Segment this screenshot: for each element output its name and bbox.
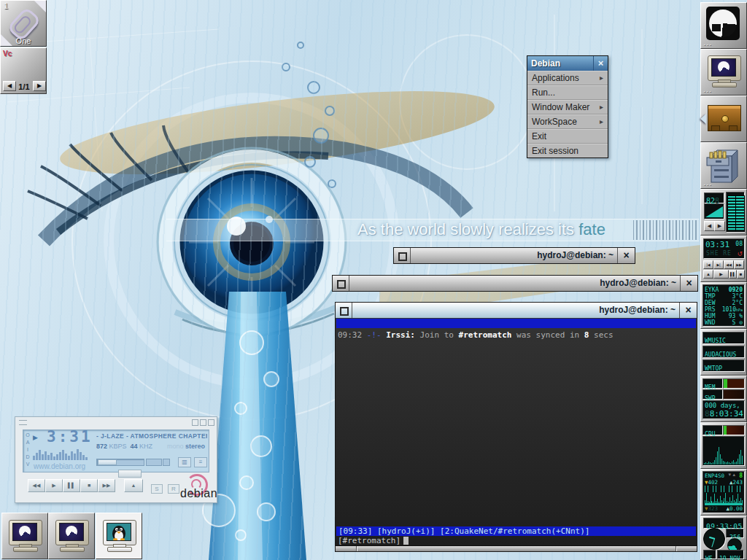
clip-next-arrow[interactable] (34, 1, 46, 12)
player-shade-button[interactable] (118, 470, 142, 478)
dock-tile-cdplayer[interactable]: 03:31 08 SHE RE ↺ |◀ ▶| ◀◀ ▶▶ ▲ ▶ ▌▌ ■ (700, 236, 747, 282)
appicon-xterm-2[interactable] (48, 513, 95, 559)
miniaturize-icon[interactable] (336, 303, 352, 318)
irssi-status-bar: [09:33] [hydroJ(+i)] [2:QuakeNet/#retrom… (336, 526, 696, 536)
miniaturize-icon[interactable] (333, 276, 349, 291)
irssi-topic-bar (336, 319, 696, 328)
weather-row-hum: HUM93 % (703, 313, 744, 319)
dock-tile-clock[interactable]: 09:33:05 356 WE 19 NOV (700, 516, 747, 560)
weekday-lcd: WE (703, 550, 716, 559)
seek-slider[interactable] (96, 459, 144, 466)
pause-button[interactable]: ▌▌ (63, 479, 80, 492)
dock-tile-mixer[interactable]: 828 ◀ ▶ (700, 189, 747, 236)
close-icon[interactable] (208, 419, 214, 426)
pager-tile[interactable]: Vc ◀ 1/1 ▶ (0, 47, 47, 94)
root-menu-titlebar[interactable]: Debian × (527, 56, 608, 71)
volume-slider[interactable] (163, 459, 170, 466)
repeat-button[interactable]: R (168, 484, 179, 494)
mixer-prev-button[interactable]: ◀ (704, 221, 715, 231)
cd-forward-button[interactable]: ▶▶ (734, 260, 744, 269)
shuffle-button[interactable]: S (151, 484, 163, 494)
dock-tile-filemanager[interactable]: ··· (700, 142, 747, 189)
weather-lcd: EYKA0920 TMP3°C DEW2°C PRS1010hPa HUM93 … (703, 284, 745, 327)
barcode-graphic (633, 220, 697, 240)
cpu-load-bar (723, 425, 745, 435)
equalizer-button[interactable]: ▥ (178, 457, 191, 467)
terminal-content[interactable]: 09:32 -!- Irssi: Join to #retromatch was… (336, 318, 697, 551)
cd-rewind-button[interactable]: ◀◀ (724, 260, 734, 269)
analog-clock-face (703, 528, 725, 550)
shaded-window-1: hydroJ@debian: ~ × (393, 247, 635, 264)
desktop: As the world slowly realizes its fate 1 … (0, 0, 747, 560)
appicon-xterm-1[interactable] (1, 513, 48, 559)
stop-button[interactable]: ■ (80, 479, 98, 492)
close-icon[interactable]: × (617, 248, 635, 263)
close-icon[interactable]: × (593, 56, 608, 71)
cd-next-track-button[interactable]: ▶| (713, 260, 724, 269)
pager-next-button[interactable]: ▶ (33, 81, 46, 91)
irssi-input-line[interactable]: [#retromatch] (338, 536, 409, 545)
player-titlebar[interactable] (15, 417, 217, 427)
menu-item-exit[interactable]: Exit (527, 129, 608, 144)
minimize-icon[interactable] (192, 419, 198, 426)
drawer-collapse-icon[interactable] (700, 114, 706, 124)
cd-loop-icon: ↺ (737, 250, 743, 257)
cd-stop-button[interactable]: ■ (737, 270, 745, 279)
mixer-volume-shape[interactable] (704, 203, 724, 219)
player-menu-icon[interactable] (19, 420, 27, 425)
dock-tile-network[interactable]: ENP4S0 ▼▲ 8 ▼402 ▲243 ▼323 ▲0.00 (700, 469, 747, 516)
wind-compass-icon: ⊙ (739, 319, 743, 326)
launcher-wmtop[interactable]: WMTOP (703, 359, 745, 372)
cd-prev-track-button[interactable]: |◀ (703, 260, 713, 269)
player-display: OA ID V ▶ 3:31 www.debian.org - J-LAZE -… (23, 429, 209, 472)
dock-tile-weather[interactable]: EYKA0920 TMP3°C DEW2°C PRS1010hPa HUM93 … (700, 282, 747, 329)
playlist-button[interactable]: ≡ (194, 457, 207, 467)
appicon-penguin-app[interactable] (96, 513, 142, 559)
terminal-window-title[interactable]: hydroJ@debian: ~ (352, 303, 679, 318)
eject-button[interactable]: ▲ (124, 479, 143, 492)
shade-icon[interactable] (200, 419, 206, 426)
previous-button[interactable]: ◀◀ (28, 479, 45, 492)
menu-item-applications[interactable]: Applications ▸ (527, 71, 608, 85)
menu-item-window-maker[interactable]: Window Maker ▸ (527, 100, 608, 114)
close-icon[interactable]: × (680, 276, 697, 291)
dock-tile-drawer[interactable] (700, 96, 747, 142)
menu-item-exit-session[interactable]: Exit session (527, 144, 608, 158)
miniaturize-icon[interactable] (394, 248, 411, 263)
player-stream-info: 872 KBPS 44 KHZ (96, 443, 152, 450)
launcher-audacious[interactable]: AUDACIOUS (703, 346, 745, 358)
player-track-title: - J-LAZE - ATMOSPHERE CHAPTER 1 (96, 432, 207, 440)
cd-play-button[interactable]: ▶ (713, 270, 729, 279)
player-channels: mono stereo (167, 443, 205, 450)
cd-eject-button[interactable]: ▲ (703, 270, 713, 279)
play-button[interactable]: ▶ (45, 479, 63, 492)
wallpaper-tagline-band: As the world slowly realizes its fate (166, 219, 699, 241)
cd-pause-button[interactable]: ▌▌ (729, 270, 737, 279)
balance-slider[interactable] (146, 459, 162, 466)
pager-prev-button[interactable]: ◀ (3, 81, 16, 91)
dock-tile-wmaker[interactable]: ··· (700, 2, 747, 49)
dock-tile-sysmon[interactable]: MEM SWP 000 days, 88:03:34 (700, 376, 747, 422)
irssi-message: 09:32 -!- Irssi: Join to #retromatch was… (338, 330, 614, 340)
menu-item-workspace[interactable]: WorkSpace ▸ (527, 114, 608, 129)
workspace-clip[interactable]: 1 One (0, 0, 47, 47)
mixer-next-button[interactable]: ▶ (714, 221, 725, 231)
submenu-arrow-icon: ▸ (600, 115, 603, 128)
dock-tile-cpu[interactable]: CPU (700, 422, 747, 469)
next-button[interactable]: ▶▶ (98, 479, 115, 492)
window-resize-bar[interactable] (336, 545, 697, 551)
window-title[interactable]: hydroJ@debian: ~ (349, 276, 680, 291)
root-menu: Debian × Applications ▸ Run... Window Ma… (527, 55, 608, 158)
player-url: www.debian.org (34, 462, 85, 470)
window-title[interactable]: hydroJ@debian: ~ (411, 248, 617, 263)
menu-item-run[interactable]: Run... (527, 85, 608, 100)
drawer-icon (708, 105, 741, 131)
dock-tile-xterm[interactable]: ··· (700, 49, 747, 96)
player-clutterbar[interactable]: OA ID V (25, 432, 31, 468)
seek-thumb[interactable] (98, 459, 117, 465)
close-icon[interactable]: × (679, 303, 697, 318)
launcher-wmusic[interactable]: WMUSIC (703, 332, 745, 344)
mixer-value-lcd: 828 (704, 192, 724, 203)
cpu-graph-panel (703, 436, 745, 466)
player-time: 3:31 (47, 428, 93, 446)
